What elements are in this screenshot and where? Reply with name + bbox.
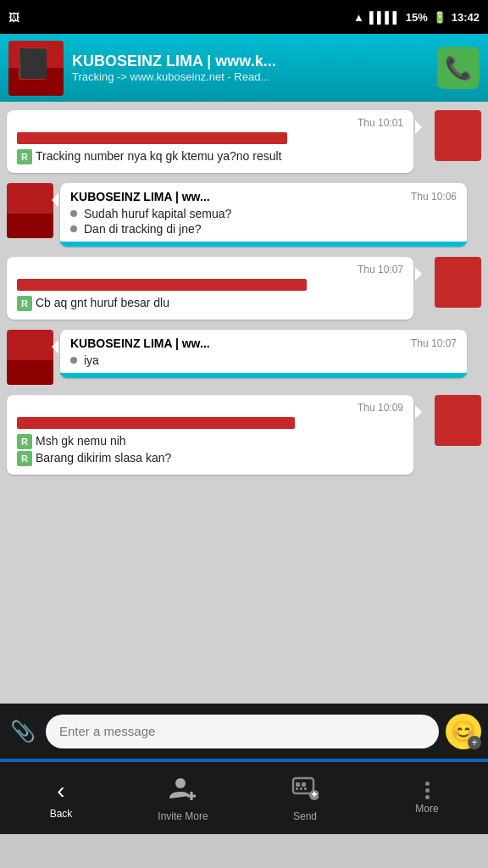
bbm-send-icon xyxy=(291,775,319,807)
nav-more[interactable]: More xyxy=(366,762,488,834)
contact-name: KUBOSEINZ LIMA | www.k... xyxy=(72,53,429,70)
bubble-left-4: KUBOSEINZ LIMA | ww... Thu 10:07 iya xyxy=(60,330,467,378)
chat-header[interactable]: KUBOSEINZ LIMA | www.k... Tracking -> ww… xyxy=(0,34,488,102)
svg-rect-11 xyxy=(304,787,307,790)
msg2-time: Thu 10:06 xyxy=(411,191,457,203)
image-icon: 🖼 xyxy=(8,11,19,24)
r-badge: R xyxy=(17,149,32,164)
battery-text: 15% xyxy=(406,11,428,24)
svg-rect-7 xyxy=(296,782,300,787)
bottom-navigation: ‹ Back Invite More xyxy=(0,762,488,834)
nav-invite[interactable]: Invite More xyxy=(122,762,244,834)
header-subtitle: Tracking -> www.kuboseinz.net - Read... xyxy=(72,70,429,83)
bubble-right-1: Thu 10:01 R Tracking number nya kq gk kt… xyxy=(7,110,413,173)
contact-avatar xyxy=(8,41,64,96)
message-4: KUBOSEINZ LIMA | ww... Thu 10:07 iya xyxy=(7,330,481,385)
svg-point-0 xyxy=(175,778,186,788)
nav-more-label: More xyxy=(415,803,438,815)
status-right: ▲ ▌▌▌▌ 15% 🔋 13:42 xyxy=(353,11,480,24)
svg-rect-9 xyxy=(296,787,298,790)
header-text: KUBOSEINZ LIMA | www.k... Tracking -> ww… xyxy=(72,53,429,83)
msg5-time: Thu 10:09 xyxy=(358,402,403,414)
left-avatar-2 xyxy=(7,183,53,238)
r-badge: R xyxy=(17,296,32,311)
bullet-icon xyxy=(70,210,77,217)
right-avatar-1 xyxy=(435,110,481,161)
bubble-right-3: Thu 10:07 R Cb aq gnt huruf besar dlu xyxy=(7,257,413,320)
nav-back-label: Back xyxy=(50,808,73,820)
nav-invite-label: Invite More xyxy=(158,810,208,822)
nav-send-label: Send xyxy=(293,810,317,822)
message-1: Thu 10:01 R Tracking number nya kq gk kt… xyxy=(7,110,481,173)
message-3: Thu 10:07 R Cb aq gnt huruf besar dlu xyxy=(7,257,481,320)
attach-icon[interactable]: 📎 xyxy=(7,715,39,748)
nav-send[interactable]: Send xyxy=(244,762,366,834)
message-5: Thu 10:09 R Msh gk nemu nih R Barang dik… xyxy=(7,395,481,475)
message-2: KUBOSEINZ LIMA | ww... Thu 10:06 Sudah h… xyxy=(7,183,481,247)
status-bar: 🖼 ▲ ▌▌▌▌ 15% 🔋 13:42 xyxy=(0,0,488,34)
wifi-icon: ▲ xyxy=(353,11,364,24)
message-input[interactable] xyxy=(46,715,439,748)
back-icon: ‹ xyxy=(57,777,64,804)
bullet-icon xyxy=(70,225,77,232)
msg4-sender: KUBOSEINZ LIMA | ww... xyxy=(70,337,210,350)
right-avatar-5 xyxy=(435,395,481,446)
bubble-left-2: KUBOSEINZ LIMA | ww... Thu 10:06 Sudah h… xyxy=(60,183,467,247)
svg-rect-8 xyxy=(302,782,306,787)
time-text: 13:42 xyxy=(452,11,480,24)
r-badge: R xyxy=(17,434,32,449)
msg4-time: Thu 10:07 xyxy=(411,337,457,349)
r-badge: R xyxy=(17,451,32,466)
right-avatar-3 xyxy=(435,257,481,308)
left-avatar-4 xyxy=(7,330,53,385)
invite-icon xyxy=(169,775,197,807)
chat-area: Thu 10:01 R Tracking number nya kq gk kt… xyxy=(0,102,488,704)
emoji-button[interactable]: 😊 xyxy=(446,714,481,749)
msg1-line1: R Tracking number nya kq gk ktemu ya?no … xyxy=(17,149,403,164)
bubble-right-5: Thu 10:09 R Msh gk nemu nih R Barang dik… xyxy=(7,395,413,475)
bullet-icon xyxy=(70,357,77,364)
msg1-time: Thu 10:01 xyxy=(358,117,403,129)
phone-icon[interactable]: 📞 xyxy=(437,47,480,89)
nav-back[interactable]: ‹ Back xyxy=(0,762,122,834)
msg3-time: Thu 10:07 xyxy=(358,264,403,275)
more-dots-icon xyxy=(425,782,430,799)
battery-icon: 🔋 xyxy=(433,11,446,24)
msg2-sender: KUBOSEINZ LIMA | ww... xyxy=(70,190,210,203)
signal-bars: ▌▌▌▌ xyxy=(369,11,401,24)
svg-rect-6 xyxy=(313,792,315,797)
svg-rect-10 xyxy=(300,787,302,790)
status-left: 🖼 xyxy=(8,11,19,24)
input-bar: 📎 😊 xyxy=(0,704,488,759)
